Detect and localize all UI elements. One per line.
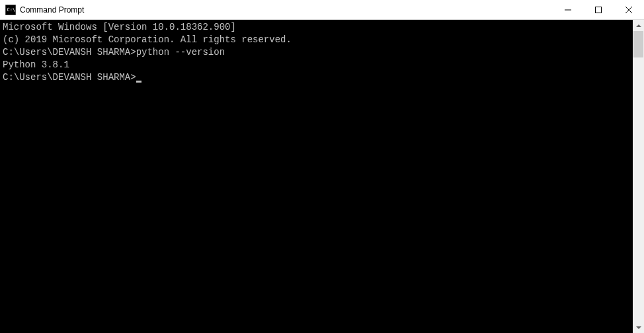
cursor-icon — [136, 81, 141, 83]
svg-text:C:\: C:\ — [7, 7, 16, 13]
command-prompt-window: C:\ Command Prompt Microsoft Windows [Ve… — [0, 0, 644, 333]
svg-rect-3 — [596, 7, 602, 13]
maximize-button[interactable] — [583, 0, 614, 19]
window-title: Command Prompt — [20, 5, 553, 15]
terminal-line: Python 3.8.1 — [3, 59, 630, 71]
svg-marker-7 — [636, 326, 641, 329]
terminal-line: Microsoft Windows [Version 10.0.18362.90… — [3, 21, 630, 34]
scroll-down-button[interactable] — [633, 322, 644, 333]
scrollbar-thumb[interactable] — [633, 31, 643, 57]
close-button[interactable] — [614, 0, 644, 19]
vertical-scrollbar[interactable] — [633, 20, 644, 333]
terminal-line: C:\Users\DEVANSH SHARMA>python --version — [3, 46, 630, 59]
terminal-container: Microsoft Windows [Version 10.0.18362.90… — [0, 20, 644, 333]
titlebar[interactable]: C:\ Command Prompt — [0, 0, 644, 20]
cmd-icon: C:\ — [5, 5, 16, 15]
svg-marker-6 — [636, 24, 641, 27]
command-text: python --version — [136, 47, 225, 57]
minimize-button[interactable] — [553, 0, 583, 19]
prompt-text: C:\Users\DEVANSH SHARMA> — [3, 47, 136, 57]
window-controls — [553, 0, 644, 19]
prompt-text: C:\Users\DEVANSH SHARMA> — [3, 72, 136, 83]
terminal-line: (c) 2019 Microsoft Corporation. All righ… — [3, 34, 630, 46]
terminal-line: C:\Users\DEVANSH SHARMA> — [3, 71, 630, 84]
terminal-output[interactable]: Microsoft Windows [Version 10.0.18362.90… — [0, 20, 633, 333]
scroll-up-button[interactable] — [633, 20, 644, 31]
